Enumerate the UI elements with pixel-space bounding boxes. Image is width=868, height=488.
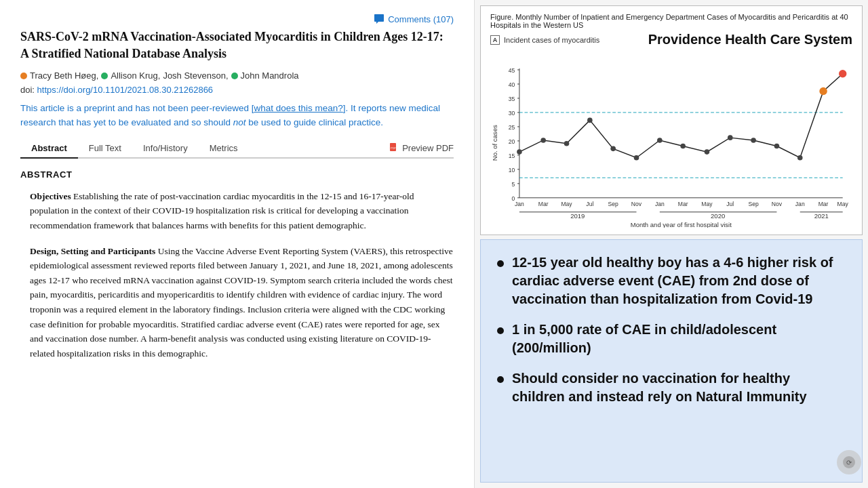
abstract-design: Design, Setting and Participants Using t… xyxy=(20,244,454,361)
dot-8 xyxy=(705,149,710,155)
chart-brand: Providence Health Care System xyxy=(648,32,852,47)
tab-infohistory[interactable]: Info/History xyxy=(132,139,199,159)
data-line xyxy=(517,70,846,161)
preprint-link[interactable]: what does this mean? xyxy=(254,103,342,113)
tab-metrics[interactable]: Metrics xyxy=(199,139,249,159)
svg-text:20: 20 xyxy=(509,138,515,145)
bullet-text-2: Should consider no vaccination for healt… xyxy=(512,369,846,406)
author-dot-1 xyxy=(20,73,27,79)
author-1: Tracy Beth Høeg, xyxy=(30,70,98,81)
chart-legend: A Incident cases of myocarditis xyxy=(490,35,599,45)
svg-text:Jul: Jul xyxy=(726,201,734,207)
dot-2 xyxy=(564,141,570,146)
comments-link[interactable]: Comments (107) xyxy=(20,14,454,24)
design-label: Design, Setting and Participants xyxy=(30,246,155,256)
scroll-icon: ⟳ xyxy=(842,455,856,469)
author-dot-2 xyxy=(101,73,108,79)
right-panel: Figure. Monthly Number of Inpatient and … xyxy=(475,0,868,488)
bullet-dot-0 xyxy=(497,260,504,267)
bullet-dot-2 xyxy=(497,376,504,383)
chart-section: Figure. Monthly Number of Inpatient and … xyxy=(480,5,863,235)
svg-text:May: May xyxy=(701,201,713,207)
authors-line: Tracy Beth Høeg, Allison Krug, Josh Stev… xyxy=(20,70,454,81)
dot-12 xyxy=(797,155,803,161)
scroll-button[interactable]: ⟳ xyxy=(837,450,861,474)
chart-title-row: A Incident cases of myocarditis Providen… xyxy=(490,32,852,47)
dot-14 xyxy=(839,70,846,77)
tabs-bar: Abstract Full Text Info/History Metrics … xyxy=(20,139,454,159)
chart-svg: No. of cases 0 5 10 15 20 25 30 35 40 45 xyxy=(490,52,852,228)
svg-text:Mar: Mar xyxy=(678,201,688,207)
dot-13 xyxy=(819,87,827,95)
svg-text:5: 5 xyxy=(511,181,515,188)
svg-text:2021: 2021 xyxy=(814,212,829,220)
chart-area: No. of cases 0 5 10 15 20 25 30 35 40 45 xyxy=(490,52,852,228)
objectives-label: Objectives xyxy=(30,191,71,201)
chart-caption: Figure. Monthly Number of Inpatient and … xyxy=(490,13,852,29)
dot-0 xyxy=(517,149,522,155)
y-axis: 0 5 10 15 20 25 30 35 40 45 xyxy=(509,67,519,202)
design-body: Using the Vaccine Adverse Event Reportin… xyxy=(30,246,453,359)
preprint-notice: This article is a preprint and has not b… xyxy=(20,102,454,129)
svg-text:40: 40 xyxy=(509,81,515,88)
svg-text:35: 35 xyxy=(509,96,515,102)
comment-icon xyxy=(374,14,384,24)
svg-text:Nov: Nov xyxy=(631,201,642,207)
bullet-item-1: 1 in 5,000 rate of CAE in child/adolesce… xyxy=(497,321,846,357)
svg-text:2019: 2019 xyxy=(570,212,585,220)
svg-text:10: 10 xyxy=(509,167,515,174)
doi-line: doi: https://doi.org/10.1101/2021.08.30.… xyxy=(20,85,454,95)
x-axis-labels: Jan Mar May Jul Sep Nov Jan Mar May Jul … xyxy=(515,201,849,207)
dot-9 xyxy=(728,135,733,140)
abstract-objectives: Objectives Establishing the rate of post… xyxy=(20,189,454,233)
dot-5 xyxy=(634,155,639,161)
svg-text:Jul: Jul xyxy=(586,201,593,207)
bullet-item-2: Should consider no vaccination for healt… xyxy=(497,369,846,406)
dot-11 xyxy=(774,144,780,149)
dot-6 xyxy=(657,138,663,143)
svg-text:Jan: Jan xyxy=(795,201,805,207)
objectives-body: Establishing the rate of post-vaccinatio… xyxy=(30,191,414,230)
pdf-icon: PDF xyxy=(389,143,399,152)
svg-text:Jan: Jan xyxy=(655,201,665,207)
svg-text:May: May xyxy=(837,201,849,207)
author-2: Allison Krug, xyxy=(111,70,160,81)
x-axis-label: Month and year of first hospital visit xyxy=(631,221,732,228)
article-title: SARS-CoV-2 mRNA Vaccination-Associated M… xyxy=(20,28,454,62)
svg-text:2020: 2020 xyxy=(711,212,725,220)
legend-box: A xyxy=(490,35,500,45)
bullet-text-0: 12-15 year old healthy boy has a 4-6 hig… xyxy=(512,253,846,308)
doi-label: doi: xyxy=(20,85,35,95)
legend-text: Incident cases of myocarditis xyxy=(504,36,599,44)
svg-text:Mar: Mar xyxy=(538,201,549,207)
svg-text:Jan: Jan xyxy=(515,201,524,207)
svg-text:25: 25 xyxy=(509,124,515,131)
dot-7 xyxy=(680,144,686,149)
tab-fulltext[interactable]: Full Text xyxy=(78,139,132,159)
svg-text:45: 45 xyxy=(509,67,515,74)
preview-pdf-label: Preview PDF xyxy=(402,143,454,153)
doi-value[interactable]: https://doi.org/10.1101/2021.08.30.21262… xyxy=(37,85,214,95)
svg-text:May: May xyxy=(561,201,572,207)
svg-text:Mar: Mar xyxy=(818,201,829,207)
svg-text:Nov: Nov xyxy=(772,201,783,207)
year-labels: 2019 2020 2021 xyxy=(519,212,843,220)
dot-1 xyxy=(540,138,546,143)
abstract-heading: ABSTRACT xyxy=(20,169,454,180)
svg-text:⟳: ⟳ xyxy=(846,459,852,466)
dot-3 xyxy=(587,118,593,123)
bullet-item-0: 12-15 year old healthy boy has a 4-6 hig… xyxy=(497,253,846,308)
author-dot-3 xyxy=(231,73,238,79)
svg-text:Sep: Sep xyxy=(608,201,618,207)
svg-text:PDF: PDF xyxy=(391,146,397,150)
author-3: Josh Stevenson, xyxy=(163,70,228,81)
bullet-text-1: 1 in 5,000 rate of CAE in child/adolesce… xyxy=(512,321,846,357)
dot-4 xyxy=(610,146,616,152)
tab-abstract[interactable]: Abstract xyxy=(20,139,78,159)
svg-text:Sep: Sep xyxy=(748,201,758,207)
comments-count: Comments (107) xyxy=(388,14,454,24)
y-axis-label: No. of cases xyxy=(491,125,498,161)
preview-pdf-button[interactable]: PDF Preview PDF xyxy=(389,143,454,153)
dot-10 xyxy=(751,138,756,143)
left-panel: Comments (107) SARS-CoV-2 mRNA Vaccinati… xyxy=(0,0,475,488)
